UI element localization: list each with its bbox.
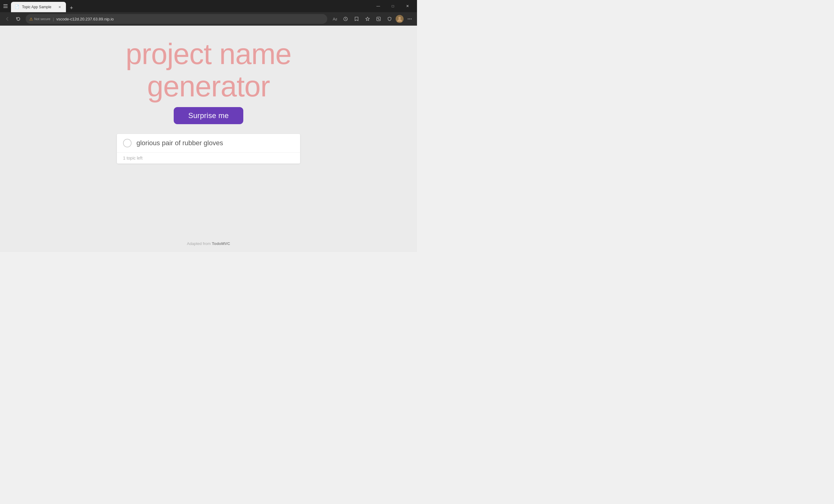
topic-footer: 1 topic left	[117, 153, 300, 163]
collections-button[interactable]	[352, 14, 361, 24]
svg-point-11	[409, 19, 410, 20]
warning-icon: ⚠	[29, 17, 33, 21]
extensions-button[interactable]	[341, 14, 350, 24]
sidebar-toggle-icon[interactable]	[2, 3, 8, 9]
close-button[interactable]: ✕	[400, 1, 415, 11]
tab-favicon: 📄	[15, 5, 20, 9]
topic-text: glorious pair of rubber gloves	[136, 139, 223, 147]
svg-rect-7	[378, 19, 379, 20]
tab-close-button[interactable]: ✕	[57, 4, 62, 10]
app-title: project name generator	[126, 38, 291, 102]
topic-item: glorious pair of rubber gloves	[117, 134, 300, 153]
svg-text:Aa: Aa	[333, 17, 337, 21]
share-button[interactable]	[374, 14, 383, 24]
refresh-button[interactable]	[14, 14, 23, 24]
back-button[interactable]	[2, 14, 12, 24]
window-controls-left	[2, 3, 8, 9]
svg-rect-2	[3, 7, 8, 8]
footer-link[interactable]: TodoMVC	[212, 241, 230, 246]
address-separator: |	[53, 17, 54, 21]
title-bar: 📄 Topic App Sample ✕ + — □ ✕	[0, 0, 417, 12]
svg-rect-6	[378, 18, 378, 19]
browser-chrome: 📄 Topic App Sample ✕ + — □ ✕ ⚠	[0, 0, 417, 26]
surprise-me-button[interactable]: Surprise me	[174, 107, 244, 124]
svg-point-10	[408, 19, 409, 20]
footer: Adapted from TodoMVC	[187, 241, 230, 246]
footer-text: Adapted from	[187, 241, 212, 246]
active-tab[interactable]: 📄 Topic App Sample ✕	[11, 2, 66, 12]
svg-rect-1	[3, 6, 8, 6]
security-warning: ⚠ Not secure	[29, 17, 50, 21]
svg-point-9	[398, 17, 401, 19]
minimize-button[interactable]: —	[371, 1, 385, 11]
more-options-button[interactable]	[405, 14, 415, 24]
favorites-button[interactable]	[363, 14, 372, 24]
shield-button[interactable]	[385, 14, 394, 24]
tab-title: Topic App Sample	[22, 5, 54, 9]
read-aloud-button[interactable]: Aa	[330, 14, 339, 24]
window-controls-right: — □ ✕	[371, 1, 415, 11]
address-url: vscode-c12d.20.237.63.89.nip.io	[57, 17, 324, 21]
topic-radio-button[interactable]	[123, 139, 132, 147]
topic-count: 1 topic left	[123, 156, 142, 160]
security-label: Not secure	[34, 17, 50, 21]
svg-point-12	[411, 19, 412, 20]
new-tab-button[interactable]: +	[67, 4, 76, 12]
maximize-button[interactable]: □	[386, 1, 400, 11]
page-content: project name generator Surprise me glori…	[0, 26, 417, 252]
browser-actions: Aa	[330, 14, 415, 24]
title-line1: project name	[126, 38, 291, 70]
address-bar: ⚠ Not secure | vscode-c12d.20.237.63.89.…	[0, 12, 417, 26]
svg-rect-0	[3, 4, 8, 5]
address-field[interactable]: ⚠ Not secure | vscode-c12d.20.237.63.89.…	[26, 14, 327, 24]
profile-avatar[interactable]	[396, 15, 403, 23]
tabs-container: 📄 Topic App Sample ✕ +	[11, 0, 371, 12]
title-line2: generator	[147, 70, 270, 102]
topic-card: glorious pair of rubber gloves 1 topic l…	[117, 134, 300, 163]
